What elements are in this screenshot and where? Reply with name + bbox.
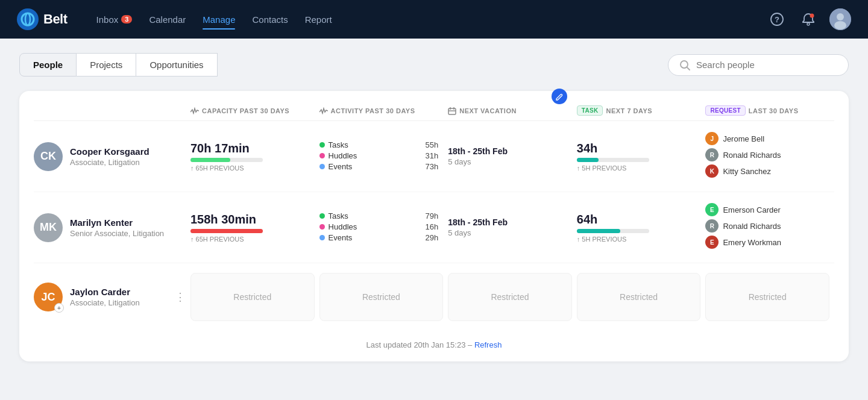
help-button[interactable]: ? [767, 9, 787, 30]
vacation-icon [448, 107, 456, 115]
vacation-cell: 18th - 25th Feb 5 days [448, 143, 577, 170]
refresh-link[interactable]: Refresh [474, 340, 502, 349]
task-cell: 34h ↑ 5H PREVIOUS [577, 138, 706, 175]
search-bar[interactable] [668, 54, 849, 76]
task-cell: 64h ↑ 5H PREVIOUS [577, 209, 706, 246]
capacity-previous: ↑ 65H PREVIOUS [190, 236, 310, 243]
pencil-icon [555, 93, 563, 101]
request-cell: J Jerome Bell R Ronald Richards K Kitty … [705, 128, 834, 184]
vacation-days: 5 days [448, 228, 567, 237]
bell-icon [802, 13, 815, 26]
activity-huddles-row: Huddles 16h [319, 222, 439, 231]
person-name: Cooper Korsgaard [70, 146, 149, 157]
events-label: Events [329, 233, 353, 242]
activity-cell: Tasks 55h Huddles 31h Events 73h [319, 137, 448, 177]
avatar-wrap: CK [34, 142, 63, 171]
inbox-badge: 3 [121, 15, 132, 23]
tab-bar: People Projects Opportunities [19, 53, 849, 77]
help-icon: ? [770, 13, 784, 26]
vacation-dates: 18th - 25th Feb [448, 146, 567, 156]
tasks-dot [319, 142, 325, 148]
belt-logo-icon [17, 8, 39, 30]
restricted-capacity: Restricted [190, 273, 315, 321]
req-avatar: E [705, 203, 719, 216]
task-bar [577, 229, 620, 233]
tasks-label: Tasks [329, 211, 348, 220]
nav-inbox[interactable]: Inbox 3 [96, 12, 133, 27]
tab-projects[interactable]: Projects [77, 53, 136, 77]
activity-huddles-row: Huddles 31h [319, 151, 439, 160]
events-dot [319, 164, 325, 169]
task-bar [577, 158, 599, 162]
vacation-dates: 18th - 25th Feb [448, 217, 567, 227]
nav-links: Inbox 3 Calendar Manage Contacts Report [96, 12, 745, 27]
svg-rect-12 [448, 108, 456, 114]
tab-people[interactable]: People [19, 53, 77, 77]
avatar-wrap: MK [34, 213, 63, 242]
person-title: Senior Associate, Litigation [70, 229, 164, 238]
events-count: 29h [425, 233, 438, 242]
svg-point-6 [810, 14, 814, 18]
search-icon [679, 60, 690, 70]
person-title: Associate, Litigation [70, 158, 149, 167]
nav-calendar[interactable]: Calendar [149, 12, 186, 27]
svg-text:?: ? [775, 15, 779, 24]
person-title: Associate, Litigation [70, 298, 140, 307]
person-cell: JC + Jaylon Carder Associate, Litigation… [34, 283, 190, 311]
request-person: R Ronald Richards [705, 148, 834, 161]
request-person: E Emerson Carder [705, 203, 834, 216]
page-content: People Projects Opportunities CAPACITY P… [0, 39, 868, 376]
person-row: JC + Jaylon Carder Associate, Litigation… [34, 263, 834, 331]
capacity-bar [190, 158, 230, 162]
restricted-activity: Restricted [319, 273, 444, 321]
capacity-bar-track [190, 158, 263, 162]
request-badge: REQUEST [705, 105, 745, 116]
person-avatar: CK [34, 142, 63, 171]
req-avatar: R [705, 219, 719, 233]
activity-tasks-row: Tasks 55h [319, 140, 439, 149]
svg-point-8 [837, 13, 844, 20]
req-name: Jerome Bell [723, 134, 764, 143]
req-name: Kitty Sanchez [723, 167, 771, 176]
person-name: Marilyn Kenter [70, 217, 164, 228]
edit-vacation-button[interactable] [552, 89, 567, 104]
vacation-days: 5 days [448, 157, 567, 166]
restricted-vacation: Restricted [448, 273, 572, 321]
svg-point-10 [681, 61, 688, 68]
notifications-button[interactable] [798, 9, 819, 30]
nav-contacts[interactable]: Contacts [252, 12, 288, 27]
avatar-add-btn[interactable]: + [54, 303, 64, 313]
people-rows: CK Cooper Korsgaard Associate, Litigatio… [34, 121, 834, 331]
logo[interactable]: Belt [17, 8, 68, 30]
vacation-cell: 18th - 25th Feb 5 days [448, 214, 577, 241]
user-avatar-nav[interactable] [829, 8, 851, 30]
req-avatar: J [705, 132, 719, 145]
person-cell: MK Marilyn Kenter Senior Associate, Liti… [34, 213, 190, 242]
huddles-label: Huddles [329, 222, 357, 231]
req-name: Ronald Richards [723, 222, 781, 231]
activity-events-row: Events 73h [319, 162, 439, 171]
events-dot [319, 235, 325, 240]
last-updated-text: Last updated 20th Jan 15:23 – [366, 340, 473, 349]
nav-manage[interactable]: Manage [203, 12, 235, 27]
col-task-header: TASK NEXT 7 DAYS [577, 105, 706, 116]
col-person-header [34, 105, 190, 116]
restricted-task: Restricted [577, 273, 701, 321]
tab-opportunities[interactable]: Opportunities [136, 53, 217, 77]
main-card: CAPACITY PAST 30 DAYS ACTIVITY PAST 30 D… [19, 91, 849, 361]
navbar: Belt Inbox 3 Calendar Manage Contacts Re… [0, 0, 868, 39]
capacity-value: 70h 17min [190, 142, 310, 155]
column-headers: CAPACITY PAST 30 DAYS ACTIVITY PAST 30 D… [34, 105, 834, 121]
activity-events-row: Events 29h [319, 233, 439, 242]
person-avatar: MK [34, 213, 63, 242]
nav-report[interactable]: Report [305, 12, 332, 27]
request-person: J Jerome Bell [705, 132, 834, 145]
request-person: K Kitty Sanchez [705, 164, 834, 178]
req-name: Emery Workman [723, 238, 781, 247]
search-input[interactable] [696, 60, 837, 70]
more-options-button[interactable]: ⋮ [170, 288, 190, 306]
svg-point-5 [807, 23, 810, 25]
table-footer: Last updated 20th Jan 15:23 – Refresh [34, 340, 834, 349]
restricted-request: Restricted [705, 273, 829, 321]
person-cell: CK Cooper Korsgaard Associate, Litigatio… [34, 142, 190, 171]
